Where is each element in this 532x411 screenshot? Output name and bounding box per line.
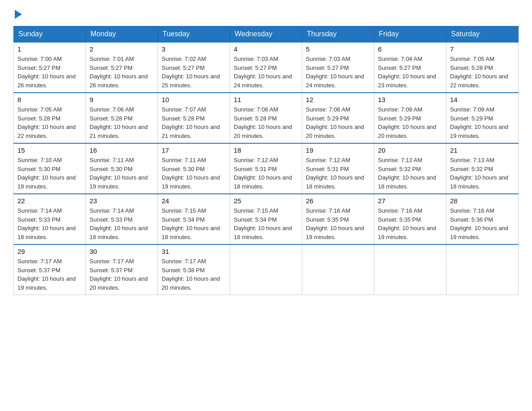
day-number: 30 bbox=[90, 248, 154, 255]
day-number: 28 bbox=[450, 197, 515, 205]
calendar-cell: 10Sunrise: 7:07 AMSunset: 5:28 PMDayligh… bbox=[158, 93, 230, 143]
calendar-cell bbox=[446, 244, 519, 295]
day-info: Sunrise: 7:08 AMSunset: 5:29 PMDaylight:… bbox=[306, 105, 370, 140]
day-info: Sunrise: 7:17 AMSunset: 5:37 PMDaylight:… bbox=[17, 257, 82, 292]
calendar-cell: 26Sunrise: 7:16 AMSunset: 5:35 PMDayligh… bbox=[302, 194, 374, 244]
day-number: 15 bbox=[17, 146, 82, 154]
calendar-cell: 21Sunrise: 7:13 AMSunset: 5:32 PMDayligh… bbox=[446, 143, 519, 194]
day-number: 29 bbox=[17, 248, 82, 255]
day-number: 5 bbox=[306, 45, 370, 53]
calendar-cell: 30Sunrise: 7:17 AMSunset: 5:37 PMDayligh… bbox=[86, 244, 158, 295]
day-info: Sunrise: 7:03 AMSunset: 5:27 PMDaylight:… bbox=[306, 55, 370, 90]
day-number: 22 bbox=[17, 197, 82, 205]
day-number: 12 bbox=[306, 96, 370, 103]
calendar-cell: 24Sunrise: 7:15 AMSunset: 5:34 PMDayligh… bbox=[158, 194, 230, 244]
day-info: Sunrise: 7:17 AMSunset: 5:37 PMDaylight:… bbox=[90, 257, 154, 292]
day-number: 10 bbox=[162, 96, 226, 103]
calendar-table: SundayMondayTuesdayWednesdayThursdayFrid… bbox=[13, 26, 519, 295]
calendar-cell: 6Sunrise: 7:04 AMSunset: 5:27 PMDaylight… bbox=[374, 42, 446, 93]
calendar-cell: 14Sunrise: 7:09 AMSunset: 5:29 PMDayligh… bbox=[446, 93, 519, 143]
calendar-cell bbox=[374, 244, 446, 295]
day-info: Sunrise: 7:00 AMSunset: 5:27 PMDaylight:… bbox=[17, 55, 82, 90]
calendar-cell: 20Sunrise: 7:13 AMSunset: 5:32 PMDayligh… bbox=[374, 143, 446, 194]
day-info: Sunrise: 7:16 AMSunset: 5:36 PMDaylight:… bbox=[450, 206, 515, 241]
day-number: 23 bbox=[90, 197, 154, 205]
day-info: Sunrise: 7:15 AMSunset: 5:34 PMDaylight:… bbox=[234, 206, 298, 241]
calendar-cell: 25Sunrise: 7:15 AMSunset: 5:34 PMDayligh… bbox=[230, 194, 302, 244]
day-number: 3 bbox=[162, 45, 226, 53]
header-thursday: Thursday bbox=[302, 26, 374, 43]
day-number: 11 bbox=[234, 96, 298, 103]
header-saturday: Saturday bbox=[446, 26, 519, 43]
calendar-cell: 31Sunrise: 7:17 AMSunset: 5:38 PMDayligh… bbox=[158, 244, 230, 295]
logo bbox=[13, 9, 22, 19]
day-number: 2 bbox=[90, 45, 154, 53]
day-number: 20 bbox=[378, 146, 442, 154]
day-number: 16 bbox=[90, 146, 154, 154]
day-info: Sunrise: 7:17 AMSunset: 5:38 PMDaylight:… bbox=[162, 257, 226, 292]
day-info: Sunrise: 7:12 AMSunset: 5:31 PMDaylight:… bbox=[234, 156, 298, 191]
calendar-cell: 17Sunrise: 7:11 AMSunset: 5:30 PMDayligh… bbox=[158, 143, 230, 194]
day-info: Sunrise: 7:12 AMSunset: 5:31 PMDaylight:… bbox=[306, 156, 370, 191]
day-number: 24 bbox=[162, 197, 226, 205]
calendar-cell: 15Sunrise: 7:10 AMSunset: 5:30 PMDayligh… bbox=[14, 143, 86, 194]
day-info: Sunrise: 7:14 AMSunset: 5:33 PMDaylight:… bbox=[90, 206, 154, 241]
day-info: Sunrise: 7:14 AMSunset: 5:33 PMDaylight:… bbox=[17, 206, 82, 241]
calendar-cell: 13Sunrise: 7:09 AMSunset: 5:29 PMDayligh… bbox=[374, 93, 446, 143]
day-number: 13 bbox=[378, 96, 442, 103]
calendar-cell: 5Sunrise: 7:03 AMSunset: 5:27 PMDaylight… bbox=[302, 42, 374, 93]
calendar-week-2: 8Sunrise: 7:05 AMSunset: 5:28 PMDaylight… bbox=[14, 93, 519, 143]
calendar-cell: 29Sunrise: 7:17 AMSunset: 5:37 PMDayligh… bbox=[14, 244, 86, 295]
calendar-week-4: 22Sunrise: 7:14 AMSunset: 5:33 PMDayligh… bbox=[14, 194, 519, 244]
day-info: Sunrise: 7:15 AMSunset: 5:34 PMDaylight:… bbox=[162, 206, 226, 241]
day-info: Sunrise: 7:16 AMSunset: 5:35 PMDaylight:… bbox=[378, 206, 442, 241]
day-info: Sunrise: 7:07 AMSunset: 5:28 PMDaylight:… bbox=[162, 105, 226, 140]
calendar-week-5: 29Sunrise: 7:17 AMSunset: 5:37 PMDayligh… bbox=[14, 244, 519, 295]
calendar-cell: 28Sunrise: 7:16 AMSunset: 5:36 PMDayligh… bbox=[446, 194, 519, 244]
day-number: 4 bbox=[234, 45, 298, 53]
day-number: 21 bbox=[450, 146, 515, 154]
day-number: 19 bbox=[306, 146, 370, 154]
day-number: 9 bbox=[90, 96, 154, 103]
calendar-cell bbox=[230, 244, 302, 295]
day-info: Sunrise: 7:16 AMSunset: 5:35 PMDaylight:… bbox=[306, 206, 370, 241]
day-info: Sunrise: 7:09 AMSunset: 5:29 PMDaylight:… bbox=[378, 105, 442, 140]
day-info: Sunrise: 7:10 AMSunset: 5:30 PMDaylight:… bbox=[17, 156, 82, 191]
day-info: Sunrise: 7:11 AMSunset: 5:30 PMDaylight:… bbox=[162, 156, 226, 191]
calendar-cell: 23Sunrise: 7:14 AMSunset: 5:33 PMDayligh… bbox=[86, 194, 158, 244]
calendar-cell: 8Sunrise: 7:05 AMSunset: 5:28 PMDaylight… bbox=[14, 93, 86, 143]
day-number: 18 bbox=[234, 146, 298, 154]
day-info: Sunrise: 7:11 AMSunset: 5:30 PMDaylight:… bbox=[90, 156, 154, 191]
calendar-cell: 18Sunrise: 7:12 AMSunset: 5:31 PMDayligh… bbox=[230, 143, 302, 194]
calendar-cell: 19Sunrise: 7:12 AMSunset: 5:31 PMDayligh… bbox=[302, 143, 374, 194]
day-number: 17 bbox=[162, 146, 226, 154]
calendar-cell: 7Sunrise: 7:05 AMSunset: 5:28 PMDaylight… bbox=[446, 42, 519, 93]
day-number: 25 bbox=[234, 197, 298, 205]
day-info: Sunrise: 7:02 AMSunset: 5:27 PMDaylight:… bbox=[162, 55, 226, 90]
day-number: 6 bbox=[378, 45, 442, 53]
calendar-week-3: 15Sunrise: 7:10 AMSunset: 5:30 PMDayligh… bbox=[14, 143, 519, 194]
day-info: Sunrise: 7:01 AMSunset: 5:27 PMDaylight:… bbox=[90, 55, 154, 90]
header-friday: Friday bbox=[374, 26, 446, 43]
day-number: 7 bbox=[450, 45, 515, 53]
calendar-cell: 3Sunrise: 7:02 AMSunset: 5:27 PMDaylight… bbox=[158, 42, 230, 93]
day-info: Sunrise: 7:05 AMSunset: 5:28 PMDaylight:… bbox=[450, 55, 515, 90]
page-header bbox=[13, 9, 519, 19]
calendar-cell: 16Sunrise: 7:11 AMSunset: 5:30 PMDayligh… bbox=[86, 143, 158, 194]
day-number: 31 bbox=[162, 248, 226, 255]
calendar-cell: 11Sunrise: 7:08 AMSunset: 5:28 PMDayligh… bbox=[230, 93, 302, 143]
day-info: Sunrise: 7:13 AMSunset: 5:32 PMDaylight:… bbox=[450, 156, 515, 191]
day-info: Sunrise: 7:04 AMSunset: 5:27 PMDaylight:… bbox=[378, 55, 442, 90]
calendar-cell: 2Sunrise: 7:01 AMSunset: 5:27 PMDaylight… bbox=[86, 42, 158, 93]
day-number: 27 bbox=[378, 197, 442, 205]
calendar-cell: 1Sunrise: 7:00 AMSunset: 5:27 PMDaylight… bbox=[14, 42, 86, 93]
calendar-cell: 22Sunrise: 7:14 AMSunset: 5:33 PMDayligh… bbox=[14, 194, 86, 244]
header-wednesday: Wednesday bbox=[230, 26, 302, 43]
calendar-cell: 4Sunrise: 7:03 AMSunset: 5:27 PMDaylight… bbox=[230, 42, 302, 93]
header-tuesday: Tuesday bbox=[158, 26, 230, 43]
day-number: 26 bbox=[306, 197, 370, 205]
calendar-cell bbox=[302, 244, 374, 295]
day-number: 8 bbox=[17, 96, 82, 103]
calendar-cell: 9Sunrise: 7:06 AMSunset: 5:28 PMDaylight… bbox=[86, 93, 158, 143]
day-number: 14 bbox=[450, 96, 515, 103]
